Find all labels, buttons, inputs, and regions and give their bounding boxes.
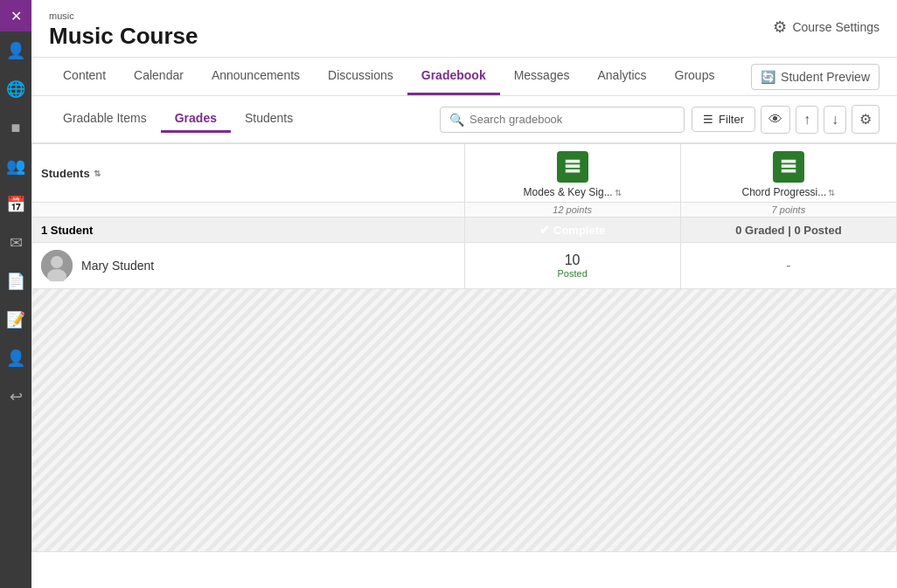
- graded-posted-cell: 0 Graded | 0 Posted: [680, 218, 896, 243]
- course-settings-label: Course Settings: [792, 20, 880, 34]
- tab-content[interactable]: Content: [49, 58, 120, 95]
- course-title-area: music Music Course: [49, 10, 198, 50]
- tab-calendar[interactable]: Calendar: [120, 58, 198, 95]
- gradebook-settings-button[interactable]: ⚙: [852, 105, 880, 134]
- eye-refresh-icon: 🔄: [761, 70, 775, 84]
- sort-icon: ⇅: [94, 169, 101, 178]
- graded-count: 0: [735, 224, 741, 237]
- sub-tab-gradable-items[interactable]: Gradable Items: [49, 106, 161, 133]
- tab-messages[interactable]: Messages: [500, 58, 584, 95]
- sidebar-item-groups[interactable]: 👥: [0, 147, 31, 185]
- assignment-2-sort-icon: ⇅: [828, 188, 835, 197]
- header-row: Students ⇅ Modes & Key Sig... ⇅: [32, 144, 897, 203]
- sidebar-item-messages[interactable]: ✉: [0, 224, 31, 262]
- course-title: Music Course: [49, 23, 198, 50]
- assignment-col-1-header[interactable]: Modes & Key Sig... ⇅: [464, 144, 680, 203]
- students-column-header[interactable]: Students ⇅: [32, 144, 465, 203]
- tab-groups[interactable]: Groups: [661, 58, 729, 95]
- settings-icon: ⚙: [859, 111, 872, 128]
- points-students-cell: [32, 203, 465, 218]
- sidebar-item-assignments[interactable]: 📝: [0, 301, 31, 339]
- sidebar-item-globe[interactable]: 🌐: [0, 70, 31, 108]
- student-name: Mary Student: [81, 259, 154, 273]
- grade-dash: -: [690, 258, 887, 273]
- empty-row: [32, 289, 897, 552]
- assignment-2-name: Chord Progressi... ⇅: [690, 186, 887, 198]
- assignment-1-sort-icon: ⇅: [615, 188, 622, 197]
- filter-button[interactable]: ☰ Filter: [692, 107, 755, 132]
- sidebar-item-dashboard[interactable]: ■: [0, 108, 31, 147]
- students-label: Students: [41, 167, 90, 180]
- group-row: 1 Student ✔ Complete 0 Graded | 0 Posted: [32, 218, 897, 243]
- gradebook-table: Students ⇅ Modes & Key Sig... ⇅: [31, 143, 897, 552]
- course-settings-button[interactable]: ⚙ Course Settings: [773, 17, 880, 37]
- student-preview-button[interactable]: 🔄 Student Preview: [751, 64, 880, 90]
- check-icon: ✔: [539, 223, 550, 237]
- group-complete-cell: ✔ Complete: [464, 218, 680, 243]
- gradebook-container: Students ⇅ Modes & Key Sig... ⇅: [31, 143, 897, 588]
- points-row: 12 points 7 points: [32, 203, 897, 218]
- tab-analytics[interactable]: Analytics: [583, 58, 660, 95]
- upload-icon: ↑: [803, 112, 810, 128]
- student-name-cell[interactable]: Mary Student: [32, 243, 465, 289]
- sub-tab-students[interactable]: Students: [231, 106, 307, 133]
- nav-tabs-left: Content Calendar Announcements Discussio…: [49, 58, 728, 95]
- student-grade-col2[interactable]: -: [680, 243, 896, 289]
- tab-discussions[interactable]: Discussions: [314, 58, 407, 95]
- export-button[interactable]: ↓: [824, 106, 846, 134]
- grade-score: 10: [474, 252, 671, 268]
- gear-icon: ⚙: [773, 17, 787, 37]
- assignment-col-2-header[interactable]: Chord Progressi... ⇅: [680, 144, 896, 203]
- tab-gradebook[interactable]: Gradebook: [407, 58, 500, 95]
- import-button[interactable]: ↑: [796, 106, 818, 134]
- assignment-2-points: 7 points: [680, 203, 896, 218]
- sidebar: ✕ 👤 🌐 ■ 👥 📅 ✉ 📄 📝 👤 ↩: [0, 0, 31, 588]
- assignment-1-name: Modes & Key Sig... ⇅: [474, 186, 671, 198]
- grade-posted-label: Posted: [474, 268, 671, 279]
- eye-icon: 👁: [768, 112, 782, 128]
- avatar: [41, 250, 73, 281]
- posted-count: 0: [794, 224, 800, 237]
- course-subtitle: music: [49, 10, 198, 21]
- sub-tab-grades[interactable]: Grades: [161, 106, 231, 133]
- sub-nav-bar: Gradable Items Grades Students 🔍 ☰ Filte…: [31, 96, 897, 143]
- group-label-cell: 1 Student: [32, 218, 465, 243]
- search-input[interactable]: [469, 113, 675, 126]
- sidebar-item-calendar[interactable]: 📅: [0, 185, 31, 224]
- filter-label: Filter: [719, 113, 744, 126]
- search-icon: 🔍: [449, 113, 464, 127]
- search-gradebook[interactable]: 🔍: [440, 107, 685, 133]
- download-icon: ↓: [831, 112, 838, 128]
- nav-tabs-bar: Content Calendar Announcements Discussio…: [31, 58, 897, 96]
- view-options-button[interactable]: 👁: [761, 106, 790, 134]
- toolbar-right: ☰ Filter 👁 ↑ ↓ ⚙: [692, 105, 880, 134]
- svg-point-1: [51, 256, 63, 268]
- assignment-1-icon: [557, 151, 588, 183]
- sidebar-item-content[interactable]: 📄: [0, 262, 31, 301]
- sub-tabs: Gradable Items Grades Students: [49, 106, 307, 133]
- sidebar-item-logout[interactable]: ↩: [0, 377, 31, 416]
- empty-area: [32, 289, 896, 551]
- group-label: 1 Student: [41, 224, 93, 237]
- complete-label: Complete: [553, 224, 605, 237]
- student-grade-col1[interactable]: 10 Posted: [464, 243, 680, 289]
- sidebar-close-button[interactable]: ✕: [0, 0, 31, 31]
- assignment-2-icon: [773, 151, 804, 183]
- assignment-1-points: 12 points: [464, 203, 680, 218]
- course-header: music Music Course ⚙ Course Settings: [31, 0, 897, 58]
- table-row: Mary Student 10 Posted -: [32, 243, 897, 289]
- close-icon: ✕: [10, 8, 22, 24]
- sidebar-item-profile[interactable]: 👤: [0, 339, 31, 377]
- graded-label: Graded |: [745, 224, 794, 237]
- main-content: music Music Course ⚙ Course Settings Con…: [31, 0, 897, 588]
- posted-label: Posted: [803, 224, 841, 237]
- tab-announcements[interactable]: Announcements: [198, 58, 314, 95]
- filter-icon: ☰: [703, 113, 713, 126]
- sidebar-item-user[interactable]: 👤: [0, 31, 31, 70]
- student-preview-label: Student Preview: [781, 70, 870, 84]
